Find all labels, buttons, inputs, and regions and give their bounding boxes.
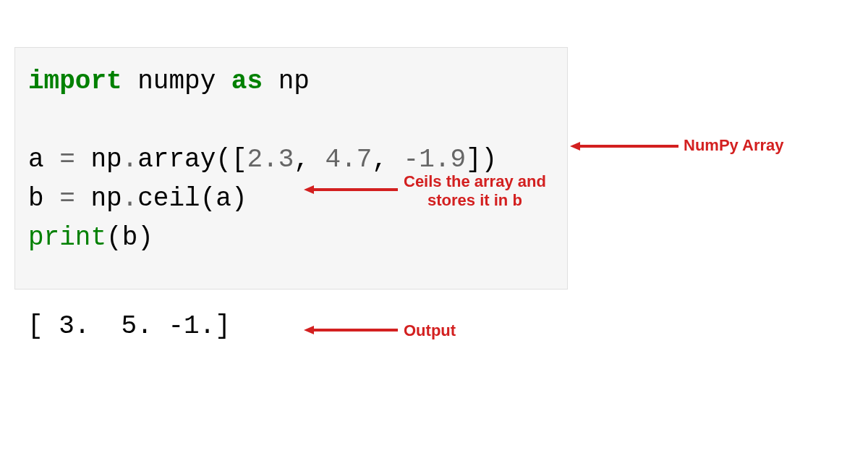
np-ref-a: np: [90, 145, 122, 174]
svg-marker-5: [304, 326, 314, 334]
num-2: 4.7: [326, 145, 373, 174]
keyword-as: as: [231, 67, 263, 96]
annotation-numpy-array: NumPy Array: [684, 136, 784, 155]
module-numpy: numpy: [122, 67, 231, 96]
dot-a: .: [122, 145, 138, 174]
lparen-p: (: [106, 223, 122, 253]
comma-2: ,: [372, 145, 403, 174]
lparen-a: (: [216, 145, 231, 174]
keyword-import: import: [28, 67, 122, 96]
rparen-b: ): [231, 184, 247, 214]
op-eq-b: =: [59, 184, 90, 214]
rbracket-a: ]: [466, 145, 482, 174]
svg-marker-1: [570, 142, 580, 151]
code-line-print: print(b): [28, 219, 554, 258]
output-text: [ 3. 5. -1.]: [27, 311, 231, 341]
rparen-p: ): [137, 223, 153, 253]
func-array: array: [137, 145, 216, 174]
annotation-ceils-line2: stores it in b: [404, 191, 546, 210]
dot-b: .: [122, 184, 138, 214]
arrow-numpy-icon: [570, 139, 678, 153]
builtin-print: print: [28, 223, 106, 253]
arrow-output-icon: [304, 323, 398, 337]
annotation-ceils-line1: Ceils the array and: [404, 172, 546, 191]
np-ref-b: np: [90, 184, 122, 214]
minus: -: [404, 145, 420, 174]
num-3: 1.9: [419, 145, 466, 174]
func-ceil: ceil: [137, 184, 200, 214]
arg-b: b: [122, 223, 138, 253]
annotation-output: Output: [404, 321, 456, 340]
annotation-ceils: Ceils the array and stores it in b: [404, 172, 546, 211]
rparen-a: ): [482, 145, 498, 174]
op-eq-a: =: [59, 145, 90, 174]
alias-np: np: [263, 67, 310, 96]
var-b: b: [28, 184, 59, 214]
lparen-b: (: [200, 184, 216, 214]
var-a: a: [28, 145, 59, 174]
blank-line: [28, 101, 554, 140]
comma-1: ,: [294, 145, 325, 174]
code-block: import numpy as np a = np.array([2.3, 4.…: [14, 47, 568, 290]
lbracket-a: [: [231, 145, 247, 174]
num-1: 2.3: [247, 145, 294, 174]
code-line-import: import numpy as np: [28, 62, 554, 101]
arg-a: a: [216, 184, 231, 214]
